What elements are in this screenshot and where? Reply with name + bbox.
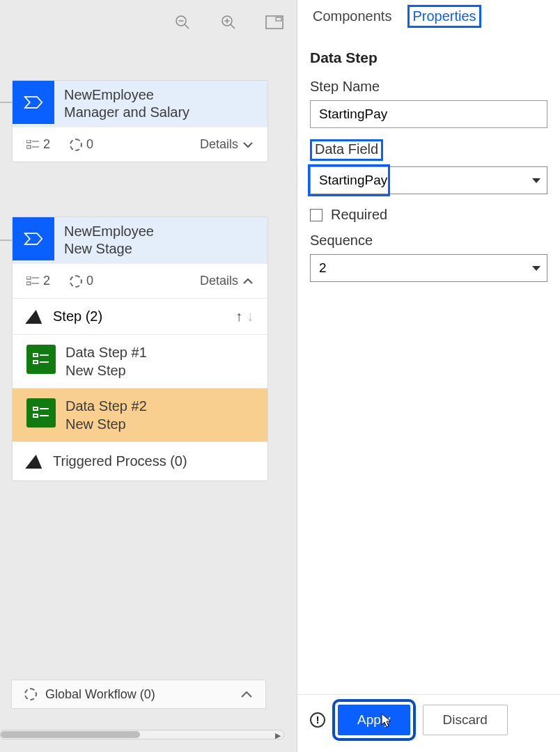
canvas-toolbar	[173, 13, 284, 32]
stage-title-line1: NewEmployee	[64, 86, 189, 104]
stage-title-line2: Manager and Salary	[64, 104, 189, 121]
stage-header[interactable]: NewEmployee Manager and Salary	[13, 81, 267, 127]
step-subtitle: New Step	[65, 361, 147, 379]
steps-count: 2	[26, 137, 50, 152]
collapse-icon	[25, 455, 45, 469]
step-subtitle: New Step	[65, 415, 147, 433]
stage-card[interactable]: NewEmployee New Stage 2 0 Details	[13, 217, 267, 480]
dashed-circle-icon	[70, 275, 82, 288]
info-icon[interactable]: !	[310, 712, 325, 728]
svg-rect-11	[26, 146, 31, 148]
stage-meta: 2 0 Details	[13, 127, 267, 162]
stage-title-line2: New Stage	[64, 240, 154, 258]
svg-rect-7	[266, 16, 283, 29]
open-count: 0	[70, 274, 93, 288]
collapse-icon	[25, 310, 45, 324]
stage-title: NewEmployee Manager and Salary	[54, 81, 199, 127]
details-toggle[interactable]: Details	[200, 274, 254, 288]
steps-section-label: Step (2)	[53, 308, 102, 324]
reorder-arrows: ↑ ↓	[235, 308, 254, 324]
sequence-select[interactable]	[310, 254, 547, 282]
step-title: Data Step #2	[65, 397, 147, 415]
open-count-value: 0	[86, 137, 93, 152]
apply-button-label: Apply	[357, 712, 391, 727]
details-label: Details	[200, 274, 238, 288]
step-name-label: Step Name	[310, 79, 547, 95]
steps-section-header[interactable]: Step (2) ↑ ↓	[13, 298, 267, 334]
connector-line	[0, 240, 13, 241]
apply-button[interactable]: Apply	[338, 705, 410, 735]
svg-rect-15	[26, 282, 31, 285]
chevron-up-icon[interactable]	[240, 687, 253, 702]
fit-to-screen-icon[interactable]	[265, 13, 284, 32]
triggered-process-label: Triggered Process (0)	[53, 453, 187, 469]
zoom-in-icon[interactable]	[219, 13, 238, 32]
sequence-label: Sequence	[310, 233, 547, 249]
open-count: 0	[70, 137, 93, 152]
arrow-down-icon[interactable]: ↓	[247, 308, 254, 324]
data-field-label: Data Field	[310, 139, 383, 161]
dashed-circle-icon	[24, 688, 37, 700]
stage-icon	[13, 217, 54, 260]
steps-count-value: 2	[43, 274, 50, 288]
panel-heading: Data Step	[310, 49, 547, 66]
global-workflow-label: Global Workflow (0)	[45, 687, 155, 702]
data-field-select[interactable]	[310, 166, 547, 194]
open-count-value: 0	[86, 274, 93, 288]
svg-rect-9	[26, 140, 31, 143]
panel-footer: ! Apply Discard	[297, 694, 560, 752]
step-item[interactable]: Data Step #1 New Step	[13, 334, 267, 388]
chevron-down-icon	[242, 137, 254, 152]
data-step-icon	[26, 398, 56, 428]
stage-meta: 2 0 Details	[13, 263, 267, 298]
svg-rect-13	[26, 276, 31, 279]
discard-button[interactable]: Discard	[423, 705, 508, 735]
steps-count-value: 2	[43, 137, 50, 152]
dashed-circle-icon	[70, 139, 82, 151]
details-label: Details	[200, 137, 238, 152]
svg-rect-21	[33, 407, 38, 410]
step-title: Data Step #1	[65, 343, 147, 361]
step-name-input[interactable]	[310, 100, 547, 128]
tab-components[interactable]: Components	[310, 7, 394, 26]
stage-title-line1: NewEmployee	[64, 223, 154, 240]
svg-rect-19	[33, 361, 38, 363]
stage-card[interactable]: NewEmployee Manager and Salary 2 0 D	[13, 81, 267, 162]
triggered-process-row[interactable]: Triggered Process (0)	[13, 441, 267, 480]
properties-panel: Components Properties Data Step Step Nam…	[297, 0, 560, 752]
stage-icon	[13, 81, 54, 124]
zoom-out-icon[interactable]	[173, 13, 192, 32]
scroll-right-icon[interactable]: ▶	[275, 731, 281, 740]
horizontal-scrollbar[interactable]: ▶	[0, 730, 284, 739]
required-checkbox-row[interactable]: Required	[310, 207, 547, 223]
step-item-selected[interactable]: Data Step #2 New Step	[13, 388, 267, 441]
svg-line-1	[185, 24, 189, 29]
scroll-thumb[interactable]	[1, 731, 140, 738]
panel-tabs: Components Properties	[297, 0, 560, 31]
details-toggle[interactable]: Details	[200, 137, 254, 152]
svg-rect-8	[276, 17, 281, 21]
svg-line-4	[231, 24, 235, 29]
designer-canvas: NewEmployee Manager and Salary 2 0 D	[0, 0, 297, 752]
stage-title: NewEmployee New Stage	[54, 217, 164, 263]
svg-rect-17	[33, 354, 38, 357]
chevron-up-icon	[242, 274, 254, 288]
connector-line	[0, 102, 13, 103]
arrow-up-icon[interactable]: ↑	[235, 308, 242, 324]
checkbox-icon[interactable]	[310, 209, 322, 221]
data-field-select-wrap	[310, 166, 547, 194]
tab-properties[interactable]: Properties	[410, 7, 479, 26]
required-label: Required	[331, 207, 387, 223]
global-workflow-bar[interactable]: Global Workflow (0)	[11, 680, 266, 709]
data-step-icon	[26, 345, 56, 374]
steps-count: 2	[26, 274, 50, 288]
svg-rect-23	[33, 414, 38, 417]
stage-header[interactable]: NewEmployee New Stage	[13, 217, 267, 263]
